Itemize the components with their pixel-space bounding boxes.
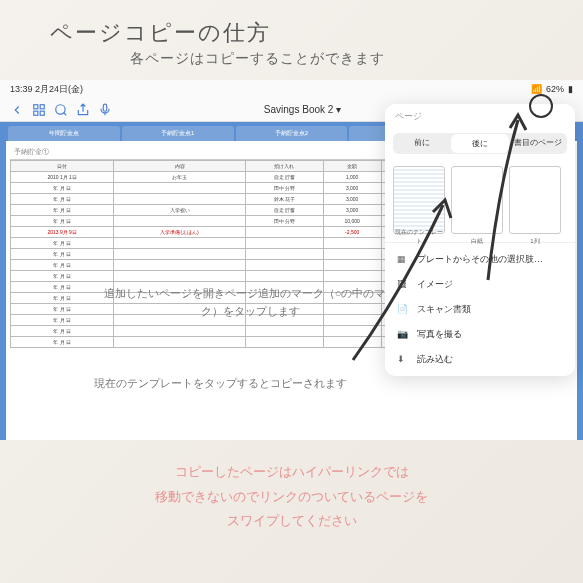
svg-rect-0 <box>34 104 38 108</box>
table-cell <box>245 271 323 282</box>
table-cell <box>114 249 246 260</box>
table-cell <box>114 260 246 271</box>
table-cell <box>114 326 246 337</box>
page-subtitle: 各ページはコピーすることができます <box>130 50 385 68</box>
table-cell: 年 月 日 <box>11 315 114 326</box>
table-cell: 年 月 日 <box>11 260 114 271</box>
table-cell <box>245 249 323 260</box>
annotation-circle <box>529 94 553 118</box>
battery-icon: ▮ <box>568 84 573 94</box>
table-cell: 2013 9月 9日 <box>11 227 114 238</box>
table-cell: 自走 貯蓄 <box>245 172 323 183</box>
status-bar: 13:39 2月24日(金) 📶 62% ▮ <box>0 80 583 98</box>
annotation-text-2: 現在のテンプレートをタップするとコピーされます <box>60 375 380 393</box>
table-cell: 田中 分野 <box>245 183 323 194</box>
table-cell: 年 月 日 <box>11 238 114 249</box>
search-icon[interactable] <box>54 103 68 117</box>
table-cell: 自走 貯蓄 <box>245 205 323 216</box>
table-cell: 年 月 日 <box>11 216 114 227</box>
battery-percent: 62% <box>546 84 564 94</box>
annotation-arrow-2 <box>343 190 463 370</box>
table-cell: 年 月 日 <box>11 183 114 194</box>
table-cell: 入学祝い <box>114 205 246 216</box>
table-cell: 2010 1月 1日 <box>11 172 114 183</box>
table-header: 内容 <box>114 161 246 172</box>
tab-item[interactable]: 年間貯金点 <box>8 126 120 141</box>
document-title[interactable]: Savings Book 2 ▾ <box>264 104 341 115</box>
table-header: 金額 <box>323 161 381 172</box>
table-cell: 入学準備(えほん) <box>114 227 246 238</box>
table-cell: 1,000 <box>323 172 381 183</box>
tab-item[interactable]: 予納貯金点2 <box>236 126 348 141</box>
table-cell <box>245 326 323 337</box>
table-cell: 年 月 日 <box>11 205 114 216</box>
share-icon[interactable] <box>76 103 90 117</box>
table-cell <box>114 183 246 194</box>
table-cell <box>114 337 246 348</box>
table-cell <box>114 271 246 282</box>
table-cell <box>245 227 323 238</box>
table-cell: 年 月 日 <box>11 249 114 260</box>
svg-rect-6 <box>103 104 107 111</box>
annotation-arrow-1 <box>478 110 538 290</box>
table-cell <box>245 238 323 249</box>
table-cell: 田中 分野 <box>245 216 323 227</box>
mic-icon[interactable] <box>98 103 112 117</box>
table-cell: 年 月 日 <box>11 337 114 348</box>
table-cell <box>114 238 246 249</box>
grid-icon[interactable] <box>32 103 46 117</box>
status-right: 📶 62% ▮ <box>531 84 573 94</box>
back-icon[interactable] <box>10 103 24 117</box>
table-cell <box>245 260 323 271</box>
svg-line-5 <box>63 112 66 115</box>
table-cell <box>114 194 246 205</box>
svg-rect-1 <box>40 104 44 108</box>
table-cell: 年 月 日 <box>11 282 114 293</box>
table-cell <box>114 216 246 227</box>
status-left: 13:39 2月24日(金) <box>10 83 83 96</box>
table-cell: お年玉 <box>114 172 246 183</box>
table-header: 日付 <box>11 161 114 172</box>
status-date: 2月24日(金) <box>35 84 83 94</box>
table-header: 預け入れ <box>245 161 323 172</box>
tab-item[interactable]: 予納貯金点1 <box>122 126 234 141</box>
table-cell: 年 月 日 <box>11 326 114 337</box>
table-cell: 年 月 日 <box>11 304 114 315</box>
table-cell: 年 月 日 <box>11 271 114 282</box>
svg-rect-2 <box>34 111 38 115</box>
status-time: 13:39 <box>10 84 33 94</box>
table-cell: 鈴木 花子 <box>245 194 323 205</box>
table-cell: 年 月 日 <box>11 293 114 304</box>
segment-before[interactable]: 前に <box>393 133 450 154</box>
wifi-icon: 📶 <box>531 84 542 94</box>
bottom-note: コピーしたページはハイパーリンクでは移動できないのでリンクのついているページをス… <box>0 460 583 534</box>
page-title: ページコピーの仕方 <box>50 18 271 48</box>
table-cell <box>245 337 323 348</box>
svg-rect-3 <box>40 111 44 115</box>
table-cell: 年 月 日 <box>11 194 114 205</box>
